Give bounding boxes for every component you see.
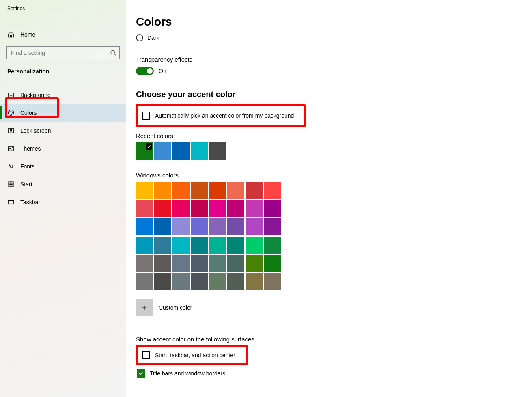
windows-color-swatch[interactable] bbox=[246, 182, 263, 199]
transparency-toggle[interactable] bbox=[136, 67, 154, 75]
nav-themes[interactable]: Themes bbox=[0, 140, 126, 158]
recent-color-swatch[interactable] bbox=[209, 142, 226, 160]
windows-color-swatch[interactable] bbox=[264, 255, 281, 272]
recent-label: Recent colors bbox=[136, 132, 522, 139]
windows-color-swatch[interactable] bbox=[246, 218, 263, 235]
windows-color-swatch[interactable] bbox=[191, 255, 208, 272]
page-title: Colors bbox=[136, 15, 522, 28]
check-icon bbox=[146, 143, 152, 150]
windows-color-swatch[interactable] bbox=[136, 237, 153, 254]
windows-color-swatch[interactable] bbox=[246, 237, 263, 254]
windows-color-swatch[interactable] bbox=[136, 255, 153, 272]
nav-item-label: Start bbox=[20, 181, 32, 188]
fonts-icon bbox=[7, 163, 15, 170]
windows-color-swatch[interactable] bbox=[209, 200, 226, 217]
svg-point-5 bbox=[12, 112, 13, 113]
search-input[interactable] bbox=[6, 46, 120, 59]
windows-color-swatch[interactable] bbox=[246, 255, 263, 272]
windows-color-swatch[interactable] bbox=[227, 237, 244, 254]
windows-color-swatch[interactable] bbox=[136, 182, 153, 199]
svg-rect-9 bbox=[9, 182, 11, 184]
windows-color-swatch[interactable] bbox=[209, 218, 226, 235]
windows-color-swatch[interactable] bbox=[209, 273, 226, 290]
nav-item-label: Taskbar bbox=[20, 199, 40, 205]
windows-color-swatch[interactable] bbox=[191, 200, 208, 217]
surface-title-checkbox[interactable] bbox=[137, 369, 145, 378]
recent-color-swatch[interactable] bbox=[154, 142, 171, 160]
windows-color-swatch[interactable] bbox=[154, 182, 171, 199]
transparency-label: Transparency effects bbox=[136, 56, 522, 63]
windows-color-swatch[interactable] bbox=[191, 182, 208, 199]
themes-icon bbox=[7, 145, 15, 152]
auto-pick-row[interactable]: Automatically pick an accent color from … bbox=[138, 106, 298, 125]
svg-point-4 bbox=[11, 111, 11, 112]
windows-color-swatch[interactable] bbox=[264, 218, 281, 235]
custom-color-button[interactable] bbox=[136, 299, 153, 316]
windows-color-swatch[interactable] bbox=[136, 218, 153, 235]
windows-color-swatch[interactable] bbox=[227, 200, 244, 217]
auto-pick-label: Automatically pick an accent color from … bbox=[155, 112, 294, 119]
windows-color-swatch[interactable] bbox=[172, 255, 190, 272]
surface-start-checkbox[interactable] bbox=[142, 351, 150, 359]
start-icon bbox=[7, 181, 15, 188]
recent-color-swatch[interactable] bbox=[172, 142, 190, 160]
windows-color-swatch[interactable] bbox=[264, 200, 281, 217]
main-content: Colors Dark Transparency effects On Choo… bbox=[126, 0, 532, 397]
surface-start-label: Start, taskbar, and action center bbox=[155, 352, 235, 358]
windows-color-swatch[interactable] bbox=[264, 273, 281, 290]
svg-rect-12 bbox=[11, 185, 13, 187]
svg-rect-10 bbox=[11, 182, 13, 184]
windows-color-swatch[interactable] bbox=[136, 273, 153, 290]
svg-rect-7 bbox=[10, 130, 12, 132]
nav-home[interactable]: Home bbox=[0, 27, 126, 42]
windows-color-swatch[interactable] bbox=[136, 200, 153, 217]
nav-lockscreen[interactable]: Lock screen bbox=[0, 122, 126, 140]
windows-color-swatch[interactable] bbox=[209, 255, 226, 272]
windows-color-swatch[interactable] bbox=[227, 255, 244, 272]
nav-taskbar[interactable]: Taskbar bbox=[0, 193, 126, 211]
nav-item-label: Lock screen bbox=[20, 127, 51, 134]
windows-color-swatch[interactable] bbox=[209, 182, 226, 199]
windows-color-swatch[interactable] bbox=[154, 255, 171, 272]
windows-color-swatch[interactable] bbox=[246, 273, 263, 290]
windows-color-swatch[interactable] bbox=[172, 273, 190, 290]
windows-color-swatch[interactable] bbox=[264, 237, 281, 254]
nav-background[interactable]: Background bbox=[0, 86, 126, 104]
windows-color-swatch[interactable] bbox=[154, 200, 171, 217]
windows-color-swatch[interactable] bbox=[191, 237, 208, 254]
recent-color-swatch[interactable] bbox=[136, 142, 153, 160]
windows-color-swatch[interactable] bbox=[172, 237, 190, 254]
custom-color-label: Custom color bbox=[159, 304, 192, 311]
windows-color-swatch[interactable] bbox=[227, 273, 244, 290]
windows-color-swatch[interactable] bbox=[227, 218, 244, 235]
taskbar-icon bbox=[7, 198, 15, 206]
nav-fonts[interactable]: Fonts bbox=[0, 158, 126, 175]
windows-color-swatch[interactable] bbox=[172, 182, 190, 199]
windows-color-swatch[interactable] bbox=[227, 182, 244, 199]
lock-icon bbox=[7, 127, 15, 134]
surface-title-row[interactable]: Title bars and window borders bbox=[136, 365, 522, 382]
windows-color-swatch[interactable] bbox=[154, 273, 171, 290]
windows-color-swatch[interactable] bbox=[191, 218, 208, 235]
svg-rect-13 bbox=[8, 201, 14, 204]
nav-item-label: Themes bbox=[20, 145, 41, 152]
windows-color-swatch[interactable] bbox=[191, 273, 208, 290]
auto-pick-checkbox[interactable] bbox=[142, 112, 150, 120]
nav-start[interactable]: Start bbox=[0, 175, 126, 193]
windows-color-swatch[interactable] bbox=[154, 237, 171, 254]
search-container bbox=[6, 46, 120, 59]
radio-dark[interactable]: Dark bbox=[136, 32, 522, 44]
app-title: Settings bbox=[0, 5, 126, 11]
surface-title-label: Title bars and window borders bbox=[150, 370, 225, 377]
recent-color-swatch[interactable] bbox=[191, 142, 208, 160]
windows-color-swatch[interactable] bbox=[246, 200, 263, 217]
windows-color-swatch[interactable] bbox=[154, 218, 171, 235]
surface-start-row[interactable]: Start, taskbar, and action center bbox=[138, 347, 239, 363]
windows-color-swatch[interactable] bbox=[172, 200, 190, 217]
svg-line-1 bbox=[114, 54, 116, 55]
windows-color-swatch[interactable] bbox=[264, 182, 281, 199]
nav-colors[interactable]: Colors bbox=[0, 104, 126, 122]
windows-color-swatch[interactable] bbox=[209, 237, 226, 254]
windows-color-swatch[interactable] bbox=[172, 218, 190, 235]
svg-rect-2 bbox=[8, 93, 14, 97]
